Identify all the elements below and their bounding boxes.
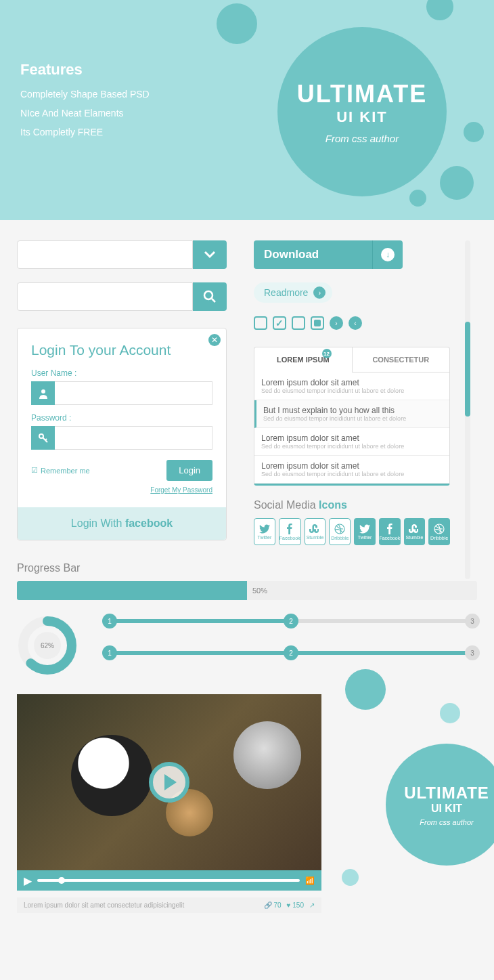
- share-icon[interactable]: ↗: [309, 901, 315, 909]
- brand-title: ULTIMATE: [297, 80, 428, 108]
- dribbble-button[interactable]: Dribbble: [329, 518, 351, 545]
- list-item[interactable]: Lorem ipsum dolor sit ametSed do eiusmod…: [254, 456, 449, 484]
- tab-lorem[interactable]: LOREM IPSUM12: [254, 347, 353, 372]
- stumble-icon: [409, 524, 420, 534]
- dropdown-input[interactable]: [17, 240, 193, 269]
- video-player[interactable]: [17, 694, 321, 870]
- video-controls: ▶ 📶: [17, 870, 321, 891]
- list-item[interactable]: Lorem ipsum dolor sit ametSed do eiusmod…: [254, 372, 449, 400]
- video-thumbnail-character: [233, 721, 301, 789]
- status-bar: Lorem ipsum dolor sit amet consectetur a…: [17, 897, 321, 913]
- next-button[interactable]: ›: [330, 316, 343, 330]
- checkbox-empty[interactable]: [254, 316, 267, 330]
- decoration-circle: [217, 3, 257, 44]
- checkbox-checked[interactable]: ✓: [273, 316, 286, 330]
- username-label: User Name :: [31, 368, 212, 378]
- decoration-circle: [426, 0, 453, 20]
- brand-subtitle: UI KIT: [336, 108, 388, 126]
- decoration-circle: [440, 166, 474, 200]
- dropdown-toggle-button[interactable]: [193, 240, 227, 269]
- tab-consectetur[interactable]: CONSECTETUR: [353, 347, 450, 372]
- scrollbar-track[interactable]: [465, 240, 470, 579]
- forgot-password-link[interactable]: Forget My Password: [31, 486, 212, 494]
- svg-line-1: [212, 299, 215, 302]
- checkbox-empty[interactable]: [292, 316, 305, 330]
- play-button[interactable]: [149, 762, 189, 803]
- search-icon: [203, 290, 217, 303]
- donut-value: 62%: [34, 632, 61, 659]
- main-content: ✕ Login To your Account User Name : Pass…: [0, 220, 494, 933]
- login-button[interactable]: Login: [166, 460, 212, 481]
- sliders: 1 2 3 1 2 3: [105, 614, 477, 677]
- square-icon: [314, 320, 321, 326]
- stumble-button[interactable]: Stumble: [404, 518, 426, 545]
- decoration-circle: [342, 869, 359, 886]
- decoration-circle: [440, 703, 460, 723]
- donut-gauge: 62%: [17, 615, 78, 676]
- user-icon: [31, 381, 55, 405]
- slider[interactable]: 1 2 3: [105, 614, 477, 629]
- slider[interactable]: 1 2 3: [105, 645, 477, 660]
- progress-bar: 50%: [17, 581, 477, 600]
- stumble-icon: [309, 524, 320, 534]
- arrow-right-icon: ›: [313, 286, 325, 299]
- slider-step[interactable]: 2: [284, 645, 298, 660]
- social-icons-row: Twitter Facebook Stumble Dribbble Twitte…: [254, 518, 450, 545]
- decoration-circle: [409, 190, 426, 207]
- video-seek-track[interactable]: [37, 879, 300, 882]
- scrollbar-thumb[interactable]: [465, 322, 470, 417]
- likes-count[interactable]: ♥ 150: [287, 901, 304, 909]
- password-label: Password :: [31, 413, 212, 423]
- facebook-button[interactable]: Facebook: [279, 518, 301, 545]
- search-button[interactable]: [193, 282, 227, 311]
- password-input[interactable]: [55, 426, 212, 450]
- brand-badge: ULTIMATE UI KIT From css author: [277, 27, 447, 196]
- dribbble-icon: [334, 524, 345, 534]
- header: Features Completely Shape Based PSD NIce…: [0, 0, 494, 220]
- close-icon: ✕: [211, 335, 218, 345]
- list-item[interactable]: But I must explain to you how all thisSe…: [254, 400, 449, 428]
- play-small-button[interactable]: ▶: [24, 874, 32, 887]
- download-button[interactable]: Download ↓: [254, 240, 403, 269]
- chevron-left-icon: ‹: [354, 320, 356, 327]
- prev-button[interactable]: ‹: [349, 316, 362, 330]
- volume-icon[interactable]: 📶: [305, 876, 315, 885]
- readmore-button[interactable]: Readmore ›: [254, 282, 332, 303]
- stumble-button[interactable]: Stumble: [305, 518, 326, 545]
- progress-fill: [17, 581, 247, 600]
- username-input[interactable]: [55, 381, 212, 405]
- checkbox-indeterminate[interactable]: [311, 316, 324, 330]
- facebook-icon: [387, 524, 392, 534]
- video-seek-handle[interactable]: [58, 877, 65, 884]
- slider-step[interactable]: 2: [284, 614, 298, 629]
- slider-step[interactable]: 3: [465, 645, 480, 660]
- dribbble-icon: [434, 524, 445, 534]
- twitter-button[interactable]: Twitter: [254, 518, 275, 545]
- chevron-down-icon: [204, 251, 216, 259]
- tabs-panel: LOREM IPSUM12 CONSECTETUR Lorem ipsum do…: [254, 347, 450, 486]
- slider-step[interactable]: 3: [465, 614, 480, 629]
- facebook-login-button[interactable]: Login With facebook: [18, 507, 226, 540]
- search-input[interactable]: [17, 282, 193, 311]
- decoration-circle: [345, 669, 386, 710]
- list-item[interactable]: Lorem ipsum dolor sit ametSed do eiusmod…: [254, 428, 449, 456]
- progress-value: 50%: [247, 581, 477, 600]
- twitter-icon: [259, 524, 270, 534]
- links-count[interactable]: 🔗 70: [264, 901, 282, 909]
- login-title: Login To your Account: [31, 342, 212, 358]
- remember-checkbox[interactable]: ☑Remember me: [31, 466, 90, 475]
- close-button[interactable]: ✕: [208, 334, 221, 346]
- key-icon: [31, 426, 55, 450]
- slider-step[interactable]: 1: [102, 645, 117, 660]
- slider-step[interactable]: 1: [102, 614, 117, 629]
- download-label: Download: [254, 248, 372, 261]
- dropdown[interactable]: [17, 240, 227, 269]
- social-title: Social Media Icons: [254, 499, 450, 511]
- facebook-button[interactable]: Facebook: [379, 518, 401, 545]
- play-icon: ▶: [24, 875, 32, 887]
- slider-segment: [296, 651, 468, 655]
- slider-segment: [114, 619, 286, 623]
- dribbble-button[interactable]: Dribbble: [428, 518, 450, 545]
- twitter-button[interactable]: Twitter: [354, 518, 376, 545]
- video-thumbnail-character: [71, 735, 152, 816]
